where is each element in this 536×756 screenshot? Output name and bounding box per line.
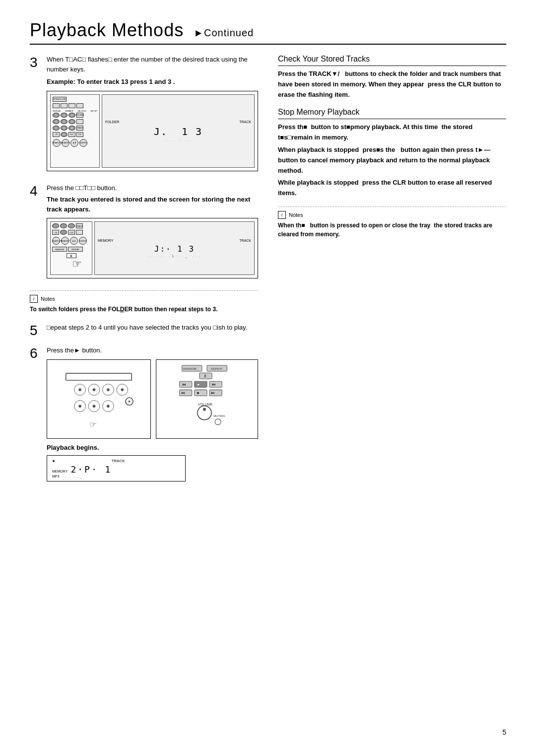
right-column: Check Your Stored Tracks Press the TRACK…	[278, 55, 506, 492]
pb-memory-label: MEMORY	[52, 470, 67, 473]
step3-dots: .... : ..	[105, 137, 251, 142]
hand-icon: ☞	[72, 258, 82, 271]
step4-device: TRACK +10 CLR SEARCH MEMORY	[47, 218, 258, 278]
btn-4: 4	[53, 119, 60, 124]
svg-text:RANDOM: RANDOM	[183, 367, 197, 370]
stop-memory-text2: When playback is stopped pres■s the butt…	[278, 145, 506, 176]
btn-6: 6	[68, 119, 75, 124]
svg-point-40	[215, 418, 221, 424]
dimmer-btn	[61, 103, 67, 108]
svg-point-6	[107, 388, 110, 391]
step5-number: 5	[30, 324, 42, 338]
svg-point-8	[121, 388, 124, 391]
notes-icon-right: i	[278, 211, 286, 219]
page-title: Playback Methods	[30, 20, 184, 41]
s4-repeat: REPEAT	[68, 247, 83, 252]
folder-label: FOLDER	[105, 120, 119, 124]
btn-2: 2	[61, 113, 67, 118]
svg-text:⏭: ⏭	[212, 382, 216, 387]
svg-point-16	[107, 405, 110, 408]
step3-number: 3	[30, 56, 42, 175]
track-label: TRACK	[239, 120, 251, 124]
s4-enter2: ENTER	[79, 237, 87, 245]
remote-svg: RANDOM REPEAT ⏸ ⏮ ► ⏭	[159, 363, 255, 435]
svg-text:⏮: ⏮	[181, 391, 185, 395]
step3-device: OPEN/CLOSE DISPLAY	[47, 91, 258, 171]
header-rule	[30, 44, 506, 45]
svg-text:MUTING: MUTING	[213, 414, 225, 417]
step6-text: Press the► button.	[47, 345, 258, 355]
svg-text:VOLUME: VOLUME	[198, 402, 213, 406]
s4-random: RANDOM	[52, 247, 67, 252]
notes-box-left: i Notes To switch folders press the FOLD…	[30, 290, 258, 318]
step5-block: 5 □epeat steps 2 to 4 until you have sel…	[30, 323, 258, 338]
step5-text: □epeat steps 2 to 4 until you have selec…	[47, 323, 258, 333]
pb-digits: 2·P· 1	[70, 464, 112, 475]
btn-search: SEARCH	[53, 139, 61, 147]
btn-memory: MEMORY	[62, 139, 69, 147]
svg-point-2	[78, 388, 81, 391]
notes-icon-left: i	[30, 295, 38, 303]
sa-cdc2-btn	[68, 103, 75, 108]
step4-number: 4	[30, 184, 42, 283]
pb-track-label: TRACK	[111, 459, 125, 463]
btn-3: 3	[68, 113, 75, 118]
step3-digits: J. 1 3	[105, 126, 251, 137]
svg-text:☞: ☞	[89, 419, 97, 429]
folder-btn: FOLDER	[76, 113, 83, 118]
svg-text:■: ■	[197, 391, 200, 395]
pb-play-icon: ►	[52, 459, 56, 463]
step6-block: 6 Press the► button.	[30, 345, 258, 484]
btn-8: 8	[61, 126, 67, 131]
s4-enter	[76, 230, 83, 235]
btn-5: 5	[61, 119, 67, 124]
page-number: 5	[502, 728, 506, 736]
step5-content: □epeat steps 2 to 4 until you have selec…	[47, 323, 258, 338]
step4-digits: J:· 1 3	[98, 244, 251, 254]
btn-ab: A-B	[70, 139, 78, 147]
svg-text:REPEAT: REPEAT	[211, 367, 223, 370]
step4-dots: ...... 1·.._ ...	[98, 254, 251, 258]
s4-search: SEARCH	[52, 237, 60, 245]
stop-memory-text1: Press th■ button to st■pmory playback. A…	[278, 122, 506, 143]
btn-az: A-Z	[68, 132, 75, 137]
step6-cdplayer: ☞	[47, 359, 151, 439]
setup-btn	[76, 103, 83, 108]
step4-display: MEMORY TRACK J:· 1 3 ...... 1·.._ ...	[94, 221, 255, 275]
svg-text:►: ►	[197, 383, 201, 386]
main-content: 3 When T□AC□ flashes□ enter the number o…	[30, 55, 506, 492]
svg-rect-26	[195, 381, 207, 387]
btn-0: 0	[61, 132, 67, 137]
step6-remote: RANDOM REPEAT ⏸ ⏮ ► ⏭	[156, 359, 258, 439]
step3-display: FOLDER TRACK J. 1 3 .... : ..	[102, 94, 255, 168]
display-btn	[53, 103, 60, 108]
check-tracks-heading: Check Your Stored Tracks	[278, 55, 506, 66]
svg-point-14	[93, 405, 96, 408]
svg-rect-0	[66, 373, 132, 380]
btn-7: 7	[53, 126, 60, 131]
step3-content: When T□AC□ flashes□ enter the number of …	[47, 55, 258, 175]
btn-er: ER	[76, 132, 83, 137]
step3-block: 3 When T□AC□ flashes□ enter the number o…	[30, 55, 258, 175]
step4-bold: The track you entered is stored and the …	[47, 195, 258, 214]
svg-point-12	[78, 405, 81, 408]
step6-number: 6	[30, 346, 42, 484]
section-stop-memory: Stop Memory Playback Press th■ button to…	[278, 108, 506, 199]
cdplayer-svg: ☞	[51, 364, 146, 434]
svg-point-38	[203, 408, 206, 411]
svg-text:⏸: ⏸	[203, 374, 207, 378]
step4-text1: Press the □□T□□ button.	[47, 183, 258, 193]
svg-text:⏮: ⏮	[182, 382, 186, 387]
s4-az: A-B	[70, 237, 78, 245]
ctrl-small-s4: TRACK +10 CLR SEARCH MEMORY	[50, 221, 92, 275]
s4-memory-lbl: MEMORY	[98, 239, 113, 242]
notes-title-right: Notes	[289, 212, 303, 218]
notes-box-right: i Notes When th■ button is pressed to op…	[278, 206, 506, 243]
step3-text: When T□AC□ flashes□ enter the number of …	[47, 55, 258, 74]
playback-display: ► TRACK MEMORY 2·P· 1 MP3 ..... ·.._	[47, 455, 186, 481]
step6-content: Press the► button.	[47, 345, 258, 484]
step4-content: Press the □□T□□ button. The track you en…	[47, 183, 258, 283]
btn-plus10: +10	[53, 132, 60, 137]
section-check-tracks: Check Your Stored Tracks Press the TRACK…	[278, 55, 506, 100]
step3-example: Example: To enter track 13 press 1 and 3…	[47, 77, 258, 87]
